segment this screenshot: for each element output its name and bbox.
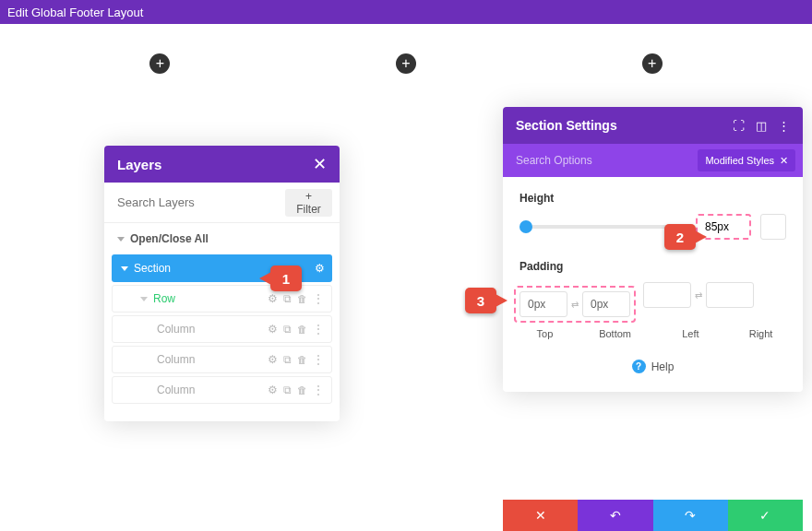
padding-left-label: Left xyxy=(665,328,716,339)
page-header: Edit Global Footer Layout xyxy=(0,0,812,24)
tree-column[interactable]: Column xyxy=(112,376,332,404)
chip-label: Modified Styles xyxy=(705,155,774,166)
expand-icon[interactable]: ⛶ xyxy=(733,119,745,133)
gear-icon[interactable] xyxy=(268,384,278,396)
duplicate-icon[interactable] xyxy=(283,384,292,396)
padding-right-label: Right xyxy=(735,328,786,339)
padding-right-input[interactable] xyxy=(706,282,754,308)
more-icon[interactable] xyxy=(313,353,324,366)
slider-thumb[interactable] xyxy=(519,220,532,233)
padding-label: Padding xyxy=(519,260,786,273)
tree-column[interactable]: Column xyxy=(112,346,332,373)
layers-search-input[interactable] xyxy=(104,195,285,209)
padding-bottom-label: Bottom xyxy=(590,328,640,339)
save-button[interactable]: ✓ xyxy=(728,500,803,531)
help-icon: ? xyxy=(632,360,646,373)
open-close-all[interactable]: Open/Close All xyxy=(104,223,340,254)
padding-top-input[interactable]: 0px xyxy=(519,291,567,317)
chevron-down-icon xyxy=(140,297,148,301)
open-close-label: Open/Close All xyxy=(130,232,209,245)
link-icon[interactable]: ⇄ xyxy=(695,290,702,301)
layers-header[interactable]: Layers ✕ xyxy=(104,146,340,183)
padding-left-input[interactable] xyxy=(643,282,691,308)
gear-icon[interactable] xyxy=(315,262,325,275)
add-section-row: + + + xyxy=(0,53,812,74)
settings-panel: Section Settings ⛶ ◫ ⋮ Modified Styles ✕… xyxy=(503,107,803,392)
tree-column[interactable]: Column xyxy=(112,315,332,343)
callout-3: 3 xyxy=(465,288,496,313)
filter-button[interactable]: + Filter xyxy=(285,189,332,217)
gear-icon[interactable] xyxy=(268,292,278,305)
snap-icon[interactable]: ◫ xyxy=(756,119,767,133)
help-link[interactable]: ? Help xyxy=(519,360,786,373)
tree-label: Row xyxy=(153,292,268,305)
redo-button[interactable]: ↷ xyxy=(653,500,728,531)
settings-search-input[interactable] xyxy=(503,154,698,167)
callout-2: 2 xyxy=(664,224,696,250)
page-title: Edit Global Footer Layout xyxy=(7,6,143,19)
padding-top-label: Top xyxy=(519,328,570,339)
tree-label: Column xyxy=(157,353,268,366)
undo-button[interactable]: ↶ xyxy=(578,500,652,531)
chevron-down-icon xyxy=(117,237,125,242)
settings-header[interactable]: Section Settings ⛶ ◫ ⋮ xyxy=(503,107,803,144)
layers-search-row: + Filter xyxy=(104,183,340,223)
layer-tree: Section Row Column Column Column xyxy=(104,254,340,421)
more-icon[interactable] xyxy=(313,384,324,396)
height-label: Height xyxy=(519,192,786,205)
more-icon[interactable]: ⋮ xyxy=(778,119,790,133)
padding-top-bottom-highlight: 0px ⇄ 0px xyxy=(514,286,636,323)
tree-label: Column xyxy=(157,384,268,396)
trash-icon[interactable] xyxy=(297,384,307,396)
trash-icon[interactable] xyxy=(297,292,307,305)
layers-panel: Layers ✕ + Filter Open/Close All Section… xyxy=(104,146,340,421)
tree-label: Column xyxy=(157,323,268,336)
duplicate-icon[interactable] xyxy=(283,323,292,336)
height-slider[interactable] xyxy=(519,225,687,229)
link-icon[interactable]: ⇄ xyxy=(571,300,579,310)
close-icon[interactable]: ✕ xyxy=(780,155,788,167)
height-unit[interactable] xyxy=(760,214,786,240)
add-section-button[interactable]: + xyxy=(396,53,416,74)
height-slider-row: 85px xyxy=(519,214,786,240)
duplicate-icon[interactable] xyxy=(283,292,292,305)
trash-icon[interactable] xyxy=(297,353,307,366)
gear-icon[interactable] xyxy=(268,323,278,336)
help-label: Help xyxy=(651,360,675,373)
settings-title: Section Settings xyxy=(516,118,733,133)
discard-button[interactable]: ✕ xyxy=(503,500,578,531)
callout-1: 1 xyxy=(270,266,302,291)
settings-actions: ✕ ↶ ↷ ✓ xyxy=(503,500,803,531)
more-icon[interactable] xyxy=(313,323,324,336)
chevron-down-icon xyxy=(121,266,128,271)
settings-search-row: Modified Styles ✕ xyxy=(503,144,803,177)
add-section-button[interactable]: + xyxy=(149,53,170,74)
layers-title: Layers xyxy=(117,157,161,172)
more-icon[interactable] xyxy=(313,292,324,305)
trash-icon[interactable] xyxy=(297,323,307,336)
duplicate-icon[interactable] xyxy=(283,353,292,366)
padding-bottom-input[interactable]: 0px xyxy=(582,291,630,317)
gear-icon[interactable] xyxy=(268,353,278,366)
filter-chip[interactable]: Modified Styles ✕ xyxy=(698,149,795,171)
settings-body: Height 85px Padding 0px ⇄ 0px ⇄ Top Bott… xyxy=(503,177,803,392)
add-section-button[interactable]: + xyxy=(642,53,663,74)
close-icon[interactable]: ✕ xyxy=(313,154,327,174)
